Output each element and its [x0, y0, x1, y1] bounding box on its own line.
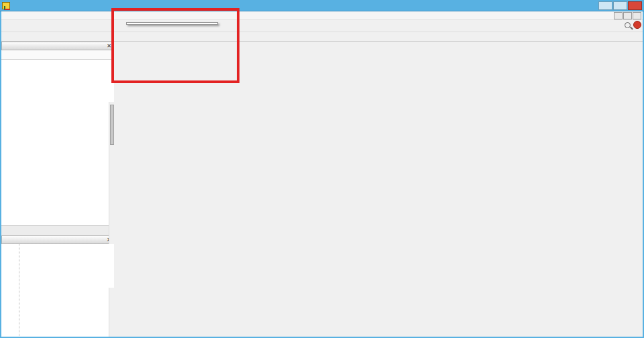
- maximize-button[interactable]: [613, 1, 627, 10]
- market-watch-column-headers: [1, 50, 114, 60]
- navigator-header: ✕: [1, 235, 114, 244]
- navigator-scrollbar[interactable]: [109, 288, 114, 338]
- market-watch-scrollbar[interactable]: [109, 102, 114, 268]
- market-watch-header: ✕: [1, 42, 114, 50]
- title-bar: [0, 0, 644, 11]
- left-panel: ✕ ✕: [1, 42, 114, 337]
- app-icon: [2, 2, 10, 9]
- notification-badge[interactable]: [633, 21, 641, 29]
- market-watch-tabs: [1, 225, 114, 235]
- mdi-restore-button[interactable]: [623, 12, 632, 19]
- standard-toolbar: [0, 20, 644, 32]
- search-icon[interactable]: [625, 22, 631, 28]
- close-button[interactable]: [628, 1, 642, 10]
- minimize-button[interactable]: [598, 1, 612, 10]
- chart-canvas[interactable]: [114, 42, 644, 338]
- navigator-list: [1, 244, 114, 336]
- tools-dropdown-menu: [126, 22, 218, 25]
- menu-bar: [0, 11, 644, 20]
- mdi-close-button[interactable]: [633, 12, 641, 19]
- drawing-toolbar: [0, 32, 644, 42]
- mt4-window: ✕ ✕: [0, 0, 644, 338]
- mdi-minimize-button[interactable]: [614, 12, 623, 19]
- market-watch-close-icon[interactable]: ✕: [107, 43, 111, 49]
